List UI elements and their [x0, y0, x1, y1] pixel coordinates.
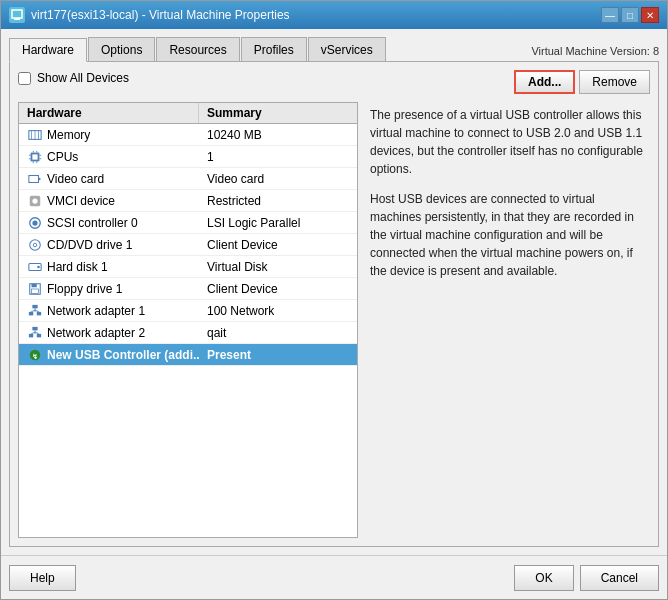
hardware-name-cell: VMCI device: [19, 192, 199, 210]
add-button[interactable]: Add...: [514, 70, 575, 94]
cd-icon: [27, 238, 43, 252]
col-summary: Summary: [199, 103, 357, 123]
hardware-summary-cell: Virtual Disk: [199, 258, 357, 276]
floppy-icon: [27, 282, 43, 296]
svg-rect-16: [29, 175, 39, 182]
table-row[interactable]: Floppy drive 1Client Device: [19, 278, 357, 300]
svg-line-33: [31, 310, 35, 312]
svg-text:↯: ↯: [32, 352, 38, 359]
tabs-row: Hardware Options Resources Profiles vSer…: [9, 37, 659, 61]
hdd-icon: [27, 260, 43, 274]
table-row[interactable]: CD/DVD drive 1Client Device: [19, 234, 357, 256]
hardware-name-cell: Network adapter 1: [19, 302, 199, 320]
remove-button[interactable]: Remove: [579, 70, 650, 94]
content-area: Hardware Options Resources Profiles vSer…: [1, 29, 667, 555]
tab-bar: Hardware Options Resources Profiles vSer…: [9, 37, 387, 61]
main-window: virt177(esxi13-local) - Virtual Machine …: [0, 0, 668, 600]
hardware-name: Memory: [47, 128, 90, 142]
table-row[interactable]: Memory10240 MB: [19, 124, 357, 146]
svg-rect-37: [37, 333, 41, 337]
svg-rect-36: [29, 333, 33, 337]
bottom-bar: Help OK Cancel: [1, 555, 667, 599]
hardware-name-cell: SCSI controller 0: [19, 214, 199, 232]
tab-profiles[interactable]: Profiles: [241, 37, 307, 61]
hardware-summary-cell: Restricted: [199, 192, 357, 210]
cpu-icon: [27, 150, 43, 164]
table-row[interactable]: Video cardVideo card: [19, 168, 357, 190]
hardware-name-cell: Memory: [19, 126, 199, 144]
memory-icon: [27, 128, 43, 142]
hardware-name: SCSI controller 0: [47, 216, 138, 230]
toolbar-row: Show All Devices Add... Remove: [18, 70, 650, 94]
svg-rect-1: [14, 18, 20, 20]
main-area: Hardware Summary Memory10240 MBCPUs1Vide…: [18, 102, 650, 538]
table-row[interactable]: Network adapter 1100 Network: [19, 300, 357, 322]
hardware-name-cell: Network adapter 2: [19, 324, 199, 342]
svg-rect-28: [32, 289, 39, 293]
vmci-icon: [27, 194, 43, 208]
hardware-name: Hard disk 1: [47, 260, 108, 274]
show-all-checkbox[interactable]: [18, 72, 31, 85]
hardware-name-cell: ↯New USB Controller (addi...: [19, 346, 199, 364]
svg-line-40: [35, 332, 39, 334]
info-para2: Host USB devices are connected to virtua…: [370, 190, 646, 280]
svg-rect-35: [32, 326, 37, 330]
table-row[interactable]: Network adapter 2qait: [19, 322, 357, 344]
hardware-name-cell: Video card: [19, 170, 199, 188]
video-icon: [27, 172, 43, 186]
hardware-name: Floppy drive 1: [47, 282, 122, 296]
info-panel: The presence of a virtual USB controller…: [366, 102, 650, 538]
svg-marker-17: [39, 177, 42, 181]
svg-rect-0: [12, 10, 22, 18]
net1-icon: [27, 304, 43, 318]
svg-rect-31: [37, 311, 41, 315]
title-bar: virt177(esxi13-local) - Virtual Machine …: [1, 1, 667, 29]
hardware-name-cell: Hard disk 1: [19, 258, 199, 276]
svg-point-23: [33, 243, 37, 247]
svg-point-19: [32, 198, 37, 203]
svg-rect-29: [32, 304, 37, 308]
cancel-button[interactable]: Cancel: [580, 565, 659, 591]
table-row[interactable]: VMCI deviceRestricted: [19, 190, 357, 212]
table-row[interactable]: CPUs1: [19, 146, 357, 168]
minimize-button[interactable]: —: [601, 7, 619, 23]
table-row[interactable]: Hard disk 1Virtual Disk: [19, 256, 357, 278]
tab-panel-hardware: Show All Devices Add... Remove Hardware …: [9, 61, 659, 547]
svg-rect-30: [29, 311, 33, 315]
hardware-summary-cell: qait: [199, 324, 357, 342]
vm-version-label: Virtual Machine Version: 8: [531, 45, 659, 61]
window-controls: — □ ✕: [601, 7, 659, 23]
bottom-right-buttons: OK Cancel: [514, 565, 659, 591]
hardware-summary-cell: 10240 MB: [199, 126, 357, 144]
hardware-summary-cell: Client Device: [199, 280, 357, 298]
hardware-summary-cell: LSI Logic Parallel: [199, 214, 357, 232]
hardware-name: Network adapter 2: [47, 326, 145, 340]
hardware-name-cell: CPUs: [19, 148, 199, 166]
tab-resources[interactable]: Resources: [156, 37, 239, 61]
hardware-panel: Hardware Summary Memory10240 MBCPUs1Vide…: [18, 102, 358, 538]
svg-line-39: [31, 332, 35, 334]
show-all-label: Show All Devices: [37, 71, 129, 85]
tab-vservices[interactable]: vServices: [308, 37, 386, 61]
hardware-name: CPUs: [47, 150, 78, 164]
svg-line-34: [35, 310, 39, 312]
help-button[interactable]: Help: [9, 565, 76, 591]
svg-point-22: [30, 239, 41, 250]
tab-options[interactable]: Options: [88, 37, 155, 61]
maximize-button[interactable]: □: [621, 7, 639, 23]
table-body: Memory10240 MBCPUs1Video cardVideo cardV…: [19, 124, 357, 537]
svg-rect-7: [32, 154, 37, 159]
table-row[interactable]: ↯New USB Controller (addi...Present: [19, 344, 357, 366]
close-button[interactable]: ✕: [641, 7, 659, 23]
hardware-name: Video card: [47, 172, 104, 186]
hardware-name: CD/DVD drive 1: [47, 238, 132, 252]
hardware-summary-cell: Present: [199, 346, 357, 364]
hardware-name: Network adapter 1: [47, 304, 145, 318]
tab-hardware[interactable]: Hardware: [9, 38, 87, 62]
scsi-icon: [27, 216, 43, 230]
col-hardware: Hardware: [19, 103, 199, 123]
hardware-summary-cell: 1: [199, 148, 357, 166]
table-row[interactable]: SCSI controller 0LSI Logic Parallel: [19, 212, 357, 234]
hardware-summary-cell: Video card: [199, 170, 357, 188]
ok-button[interactable]: OK: [514, 565, 573, 591]
